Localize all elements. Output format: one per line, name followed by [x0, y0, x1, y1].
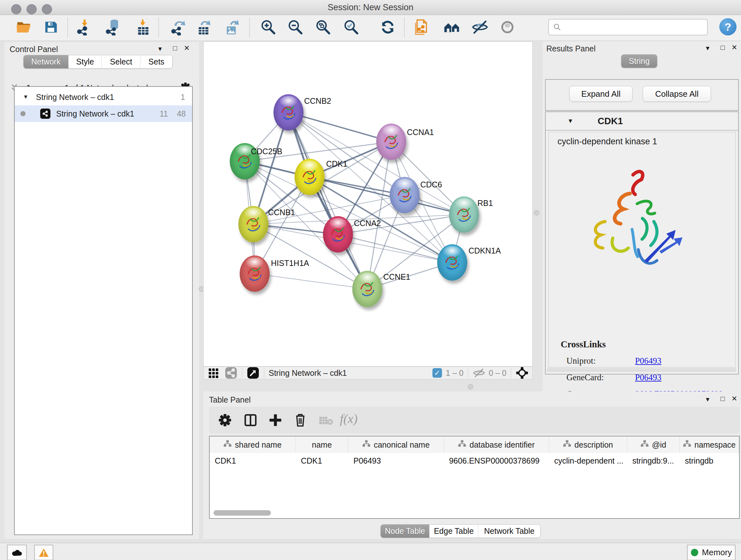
crosslink-label: GeneCard: [566, 373, 635, 382]
fit-selected-crosshair-icon[interactable] [516, 367, 529, 379]
results-scrollbar-track[interactable] [547, 368, 736, 372]
tab-string[interactable]: String [621, 55, 657, 68]
save-session-icon[interactable] [42, 18, 60, 36]
tab-style[interactable]: Style [68, 55, 102, 68]
sitemap-icon [641, 440, 649, 449]
tab-edge-table[interactable]: Edge Table [429, 524, 478, 538]
network-node-hist1h1a[interactable] [240, 255, 270, 292]
panel-menu-icon[interactable]: ▾ [706, 395, 710, 403]
panel-float-icon[interactable]: □ [721, 395, 725, 403]
network-row-selected[interactable]: String Network – cdk1 11 48 [15, 105, 192, 122]
panel-float-icon[interactable]: □ [173, 44, 177, 52]
table-settings-gear-icon[interactable] [218, 413, 232, 427]
collapse-all-button[interactable]: Collapse All [643, 86, 711, 102]
zoom-selected-icon[interactable] [342, 18, 360, 36]
network-node-ccna2[interactable] [323, 216, 353, 253]
panel-menu-icon[interactable]: ▾ [158, 45, 162, 53]
split-column-icon[interactable] [244, 413, 258, 427]
open-session-icon[interactable] [15, 18, 32, 36]
table-cell[interactable]: P06493 [348, 453, 444, 469]
panel-close-icon[interactable]: ✕ [731, 395, 737, 403]
column-header-database-identifier[interactable]: database identifier [444, 436, 549, 453]
memory-button[interactable]: Memory [687, 545, 736, 560]
table-cell[interactable]: CDK1 [210, 453, 296, 469]
zoom-fit-content-icon[interactable] [314, 18, 332, 36]
hidden-eye-slash-icon[interactable] [473, 368, 485, 378]
column-header-name[interactable]: name [296, 436, 348, 453]
right-splitter-handle[interactable] [534, 210, 539, 215]
delete-column-icon[interactable] [293, 413, 307, 427]
horizontal-splitter-handle[interactable] [468, 384, 473, 389]
export-table-icon[interactable] [195, 18, 213, 36]
zoom-in-icon[interactable] [259, 18, 277, 36]
table-row[interactable]: CDK1CDK1P064939606.ENSP00000378699cyclin… [210, 453, 739, 469]
import-table-file-icon[interactable] [135, 18, 152, 36]
tab-network-table[interactable]: Network Table [478, 524, 540, 538]
hidden-count: 0 – 0 [488, 368, 507, 378]
column-header-namespace[interactable]: namespace [680, 436, 739, 453]
column-header-shared-name[interactable]: shared name [210, 436, 296, 453]
import-network-file-icon[interactable] [76, 18, 93, 36]
table-cell[interactable]: stringdb [680, 453, 739, 469]
network-node-cdc6[interactable] [390, 177, 420, 213]
crosslink-link[interactable]: P06493 [635, 373, 662, 382]
network-canvas[interactable]: CCNB2CCNA1CDC25BCDK1CDC6RB1CCNB1CCNA2CDK… [203, 42, 533, 367]
collapse-triangle-icon[interactable]: ▼ [23, 94, 28, 100]
expand-all-button[interactable]: Expand All [569, 86, 632, 102]
footer-separator [264, 368, 264, 378]
network-node-ccna1[interactable] [376, 124, 406, 160]
network-node-ccnb1[interactable] [239, 206, 268, 242]
table-horizontal-scrollbar[interactable] [213, 510, 271, 516]
network-node-cdkn1a[interactable] [437, 244, 467, 281]
table-cell[interactable]: CDK1 [296, 453, 348, 469]
network-node-ccnb2[interactable] [273, 94, 304, 131]
houses-icon[interactable] [443, 18, 461, 36]
cloud-button[interactable] [7, 545, 27, 560]
function-builder-icon[interactable]: f(x) [340, 411, 358, 426]
show-glass-eye-icon[interactable] [498, 18, 516, 36]
network-node-ccne1[interactable] [352, 271, 382, 307]
column-header-label: namespace [694, 440, 736, 449]
global-search-field[interactable] [548, 19, 708, 36]
panel-close-icon[interactable]: ✕ [184, 44, 190, 52]
network-collection-row[interactable]: ▼ String Network – cdk1 1 [15, 89, 192, 105]
tab-node-table[interactable]: Node Table [381, 524, 429, 538]
network-node-cdk1[interactable] [294, 159, 325, 195]
entry-header[interactable]: ▼ CDK1 [546, 112, 738, 131]
table-cell[interactable]: 9606.ENSP00000378699 [444, 453, 549, 469]
column-header-canonical-name[interactable]: canonical name [348, 436, 444, 453]
open-in-window-icon[interactable] [247, 367, 259, 379]
import-string-network-icon[interactable] [414, 18, 432, 36]
zoom-out-icon[interactable] [286, 18, 304, 36]
network-node-rb1[interactable] [449, 196, 479, 233]
panel-close-icon[interactable]: ✕ [731, 44, 737, 52]
selected-checkbox-icon[interactable]: ✓ [432, 368, 442, 378]
help-button[interactable]: ? [719, 18, 737, 36]
tab-select[interactable]: Select [102, 55, 140, 68]
delete-table-icon[interactable] [319, 416, 333, 425]
entry-collapse-triangle-icon[interactable]: ▼ [567, 118, 574, 125]
grid-view-icon[interactable] [208, 367, 219, 379]
collection-label: String Network – cdk1 [36, 92, 114, 102]
refresh-view-icon[interactable] [379, 18, 397, 36]
memory-status-dot [691, 549, 698, 556]
tab-sets[interactable]: Sets [140, 55, 172, 68]
table-cell[interactable]: stringdb:9... [627, 453, 680, 469]
add-column-icon[interactable] [268, 413, 282, 427]
warning-icon [39, 548, 49, 557]
tab-network[interactable]: Network [23, 55, 68, 68]
share-network-icon[interactable] [225, 367, 238, 379]
node-label-hist1h1a: HIST1H1A [271, 259, 309, 268]
import-network-database-icon[interactable] [105, 18, 122, 36]
export-network-icon[interactable] [170, 18, 188, 36]
export-image-icon[interactable] [223, 18, 241, 36]
column-header-description[interactable]: description [549, 436, 627, 453]
crosslink-link[interactable]: P06493 [635, 356, 662, 366]
node-label-ccnb1: CCNB1 [268, 208, 295, 217]
panel-float-icon[interactable]: □ [721, 44, 725, 52]
panel-menu-icon[interactable]: ▾ [706, 44, 710, 52]
warning-button[interactable] [34, 545, 53, 560]
table-cell[interactable]: cyclin-dependent ... [549, 453, 627, 469]
column-header-@id[interactable]: @id [627, 436, 680, 453]
hide-glass-eye-slash-icon[interactable] [471, 18, 489, 36]
